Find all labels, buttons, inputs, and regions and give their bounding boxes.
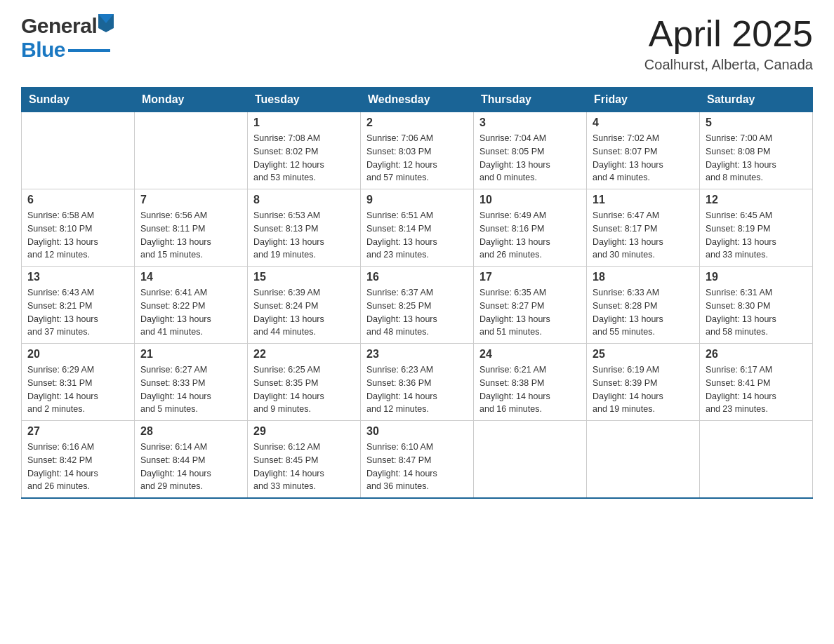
calendar-cell: 27Sunrise: 6:16 AM Sunset: 8:42 PM Dayli…	[22, 421, 135, 499]
day-number: 18	[593, 271, 694, 283]
day-info: Sunrise: 6:19 AM Sunset: 8:39 PM Dayligh…	[593, 363, 694, 416]
title-section: April 2025 Coalhurst, Alberta, Canada	[644, 14, 813, 73]
calendar-cell: 4Sunrise: 7:02 AM Sunset: 8:07 PM Daylig…	[587, 112, 700, 189]
calendar-cell: 5Sunrise: 7:00 AM Sunset: 8:08 PM Daylig…	[700, 112, 813, 189]
day-number: 30	[366, 425, 468, 438]
day-info: Sunrise: 6:10 AM Sunset: 8:47 PM Dayligh…	[366, 441, 468, 493]
calendar-cell: 7Sunrise: 6:56 AM Sunset: 8:11 PM Daylig…	[135, 189, 248, 267]
day-number: 20	[27, 348, 128, 361]
day-number: 28	[140, 425, 241, 438]
header-cell-sunday: Sunday	[22, 88, 135, 112]
day-number: 23	[366, 348, 468, 361]
calendar-cell	[474, 421, 587, 499]
day-number: 2	[366, 116, 468, 129]
day-info: Sunrise: 6:39 AM Sunset: 8:24 PM Dayligh…	[253, 286, 355, 339]
calendar-cell: 11Sunrise: 6:47 AM Sunset: 8:17 PM Dayli…	[587, 189, 700, 267]
header-cell-friday: Friday	[587, 88, 700, 112]
day-number: 16	[366, 271, 468, 283]
day-info: Sunrise: 6:23 AM Sunset: 8:36 PM Dayligh…	[366, 363, 468, 416]
day-number: 29	[253, 425, 355, 438]
calendar-cell	[587, 421, 700, 499]
calendar-header: SundayMondayTuesdayWednesdayThursdayFrid…	[22, 88, 813, 112]
calendar-cell: 8Sunrise: 6:53 AM Sunset: 8:13 PM Daylig…	[248, 189, 361, 267]
day-number: 19	[706, 271, 807, 283]
calendar-cell: 28Sunrise: 6:14 AM Sunset: 8:44 PM Dayli…	[135, 421, 248, 499]
header-cell-tuesday: Tuesday	[248, 88, 361, 112]
day-info: Sunrise: 6:47 AM Sunset: 8:17 PM Dayligh…	[593, 209, 694, 262]
week-row-4: 20Sunrise: 6:29 AM Sunset: 8:31 PM Dayli…	[22, 344, 813, 421]
day-info: Sunrise: 6:45 AM Sunset: 8:19 PM Dayligh…	[706, 209, 807, 262]
header-cell-monday: Monday	[135, 88, 248, 112]
calendar-cell: 12Sunrise: 6:45 AM Sunset: 8:19 PM Dayli…	[700, 189, 813, 267]
day-info: Sunrise: 6:16 AM Sunset: 8:42 PM Dayligh…	[27, 441, 128, 493]
calendar-cell: 6Sunrise: 6:58 AM Sunset: 8:10 PM Daylig…	[22, 189, 135, 267]
header-cell-wednesday: Wednesday	[361, 88, 474, 112]
logo-general-text: General	[21, 14, 97, 38]
calendar-cell: 21Sunrise: 6:27 AM Sunset: 8:33 PM Dayli…	[135, 344, 248, 421]
calendar-cell: 26Sunrise: 6:17 AM Sunset: 8:41 PM Dayli…	[700, 344, 813, 421]
day-info: Sunrise: 6:49 AM Sunset: 8:16 PM Dayligh…	[479, 209, 581, 262]
calendar-body: 1Sunrise: 7:08 AM Sunset: 8:02 PM Daylig…	[22, 112, 813, 499]
calendar-cell	[700, 421, 813, 499]
day-info: Sunrise: 6:58 AM Sunset: 8:10 PM Dayligh…	[27, 209, 128, 262]
day-number: 8	[253, 194, 355, 206]
calendar-cell: 25Sunrise: 6:19 AM Sunset: 8:39 PM Dayli…	[587, 344, 700, 421]
calendar-cell: 23Sunrise: 6:23 AM Sunset: 8:36 PM Dayli…	[361, 344, 474, 421]
calendar-cell: 13Sunrise: 6:43 AM Sunset: 8:21 PM Dayli…	[22, 267, 135, 344]
day-info: Sunrise: 6:43 AM Sunset: 8:21 PM Dayligh…	[27, 286, 128, 339]
calendar-cell: 3Sunrise: 7:04 AM Sunset: 8:05 PM Daylig…	[474, 112, 587, 189]
calendar-cell	[22, 112, 135, 189]
calendar-cell: 29Sunrise: 6:12 AM Sunset: 8:45 PM Dayli…	[248, 421, 361, 499]
calendar-cell: 15Sunrise: 6:39 AM Sunset: 8:24 PM Dayli…	[248, 267, 361, 344]
day-info: Sunrise: 6:41 AM Sunset: 8:22 PM Dayligh…	[140, 286, 241, 339]
calendar-cell: 16Sunrise: 6:37 AM Sunset: 8:25 PM Dayli…	[361, 267, 474, 344]
day-number: 15	[253, 271, 355, 283]
calendar-cell: 2Sunrise: 7:06 AM Sunset: 8:03 PM Daylig…	[361, 112, 474, 189]
header-row: SundayMondayTuesdayWednesdayThursdayFrid…	[22, 88, 813, 112]
day-number: 12	[706, 194, 807, 206]
day-info: Sunrise: 6:12 AM Sunset: 8:45 PM Dayligh…	[253, 441, 355, 493]
day-number: 13	[27, 271, 128, 283]
day-info: Sunrise: 6:14 AM Sunset: 8:44 PM Dayligh…	[140, 441, 241, 493]
header-cell-thursday: Thursday	[474, 88, 587, 112]
calendar-cell: 10Sunrise: 6:49 AM Sunset: 8:16 PM Dayli…	[474, 189, 587, 267]
week-row-5: 27Sunrise: 6:16 AM Sunset: 8:42 PM Dayli…	[22, 421, 813, 499]
calendar-cell: 22Sunrise: 6:25 AM Sunset: 8:35 PM Dayli…	[248, 344, 361, 421]
day-info: Sunrise: 6:53 AM Sunset: 8:13 PM Dayligh…	[253, 209, 355, 262]
day-info: Sunrise: 7:00 AM Sunset: 8:08 PM Dayligh…	[706, 132, 807, 185]
calendar-cell: 30Sunrise: 6:10 AM Sunset: 8:47 PM Dayli…	[361, 421, 474, 499]
calendar-cell: 9Sunrise: 6:51 AM Sunset: 8:14 PM Daylig…	[361, 189, 474, 267]
calendar-cell: 18Sunrise: 6:33 AM Sunset: 8:28 PM Dayli…	[587, 267, 700, 344]
day-number: 21	[140, 348, 241, 361]
week-row-3: 13Sunrise: 6:43 AM Sunset: 8:21 PM Dayli…	[22, 267, 813, 344]
day-number: 26	[706, 348, 807, 361]
logo: General Blue	[21, 14, 114, 62]
day-info: Sunrise: 6:21 AM Sunset: 8:38 PM Dayligh…	[479, 363, 581, 416]
day-number: 24	[479, 348, 581, 361]
month-title: April 2025	[644, 14, 813, 54]
location-text: Coalhurst, Alberta, Canada	[644, 57, 813, 73]
day-number: 3	[479, 116, 581, 129]
day-info: Sunrise: 6:35 AM Sunset: 8:27 PM Dayligh…	[479, 286, 581, 339]
day-number: 17	[479, 271, 581, 283]
calendar-cell: 20Sunrise: 6:29 AM Sunset: 8:31 PM Dayli…	[22, 344, 135, 421]
day-info: Sunrise: 6:37 AM Sunset: 8:25 PM Dayligh…	[366, 286, 468, 339]
logo-blue-text: Blue	[21, 38, 65, 62]
calendar-cell: 1Sunrise: 7:08 AM Sunset: 8:02 PM Daylig…	[248, 112, 361, 189]
day-number: 7	[140, 194, 241, 206]
day-number: 4	[593, 116, 694, 129]
header-cell-saturday: Saturday	[700, 88, 813, 112]
day-info: Sunrise: 7:04 AM Sunset: 8:05 PM Dayligh…	[479, 132, 581, 185]
logo-underline	[68, 49, 110, 52]
day-info: Sunrise: 6:29 AM Sunset: 8:31 PM Dayligh…	[27, 363, 128, 416]
day-number: 5	[706, 116, 807, 129]
day-info: Sunrise: 6:51 AM Sunset: 8:14 PM Dayligh…	[366, 209, 468, 262]
page-header: General Blue April 2025 Coalhurst, Alber…	[21, 14, 813, 73]
day-number: 6	[27, 194, 128, 206]
day-info: Sunrise: 6:25 AM Sunset: 8:35 PM Dayligh…	[253, 363, 355, 416]
day-number: 27	[27, 425, 128, 438]
day-number: 22	[253, 348, 355, 361]
week-row-1: 1Sunrise: 7:08 AM Sunset: 8:02 PM Daylig…	[22, 112, 813, 189]
calendar-cell: 24Sunrise: 6:21 AM Sunset: 8:38 PM Dayli…	[474, 344, 587, 421]
day-number: 14	[140, 271, 241, 283]
